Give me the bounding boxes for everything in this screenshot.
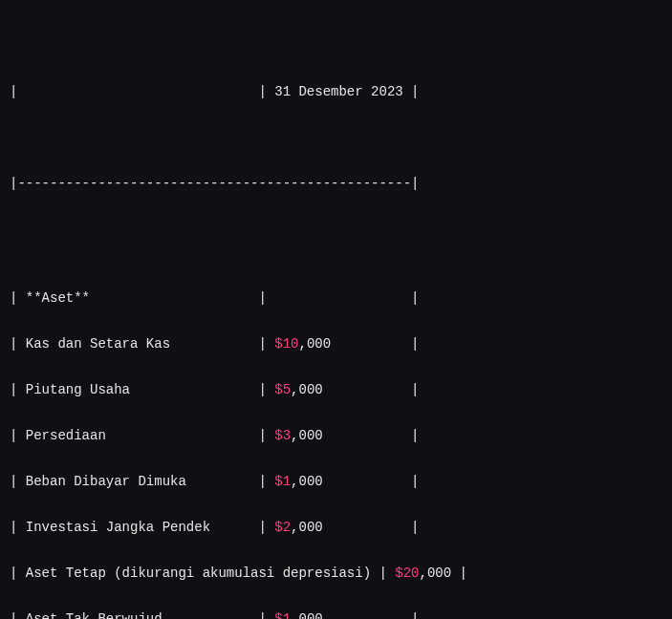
table-row: | Investasi Jangka Pendek | $2,000 | [10, 516, 662, 539]
pipe: | [258, 520, 266, 535]
label-cell: Kas dan Setara Kas [17, 336, 258, 352]
pipe: | [460, 566, 467, 581]
table-divider: |---------------------------------------… [10, 172, 662, 195]
pipe: | [379, 566, 386, 581]
label-cell: Investasi Jangka Pendek [17, 520, 258, 535]
section-title-cell: **Aset** [17, 290, 258, 306]
table-row: | Aset Tak Berwujud | $1,000 | [10, 608, 662, 619]
header-empty-cell [17, 84, 258, 99]
table-row: | Beban Dibayar Dimuka | $1,000 | [10, 470, 662, 493]
pipe: | [258, 290, 266, 306]
header-date-cell: 31 Desember 2023 [267, 84, 411, 99]
pipe: | [10, 566, 17, 581]
pipe: | [258, 611, 266, 619]
table-body: | **Aset** | | | Kas dan Setara Kas | $1… [10, 287, 662, 619]
label-cell: Piutang Usaha [17, 382, 258, 397]
pipe: | [411, 520, 419, 535]
amount-cell: $3,000 [267, 428, 411, 443]
pipe: | [258, 336, 266, 352]
pipe: | [411, 382, 419, 397]
pipe: | [411, 611, 419, 619]
terminal-table: | | 31 Desember 2023 | |----------------… [0, 0, 672, 619]
label-cell: Aset Tak Berwujud [17, 611, 258, 619]
amount-cell: $2,000 [267, 520, 411, 535]
amount-cell: $10,000 [267, 336, 411, 352]
amount-cell: $1,000 [267, 474, 411, 489]
table-row: | Piutang Usaha | $5,000 | [10, 378, 662, 401]
label-cell: Beban Dibayar Dimuka [17, 474, 258, 489]
pipe: | [411, 84, 419, 99]
pipe: | [411, 290, 419, 306]
table-header-row: | | 31 Desember 2023 | [10, 80, 662, 103]
pipe: | [258, 84, 266, 99]
pipe: | [258, 474, 266, 489]
section-title-aset: | **Aset** | | [10, 287, 662, 310]
pipe: | [411, 474, 419, 489]
pipe: | [411, 428, 419, 443]
pipe: | [258, 428, 266, 443]
table-row-spanning: | Aset Tetap (dikurangi akumulasi depres… [10, 562, 662, 585]
pipe: | [411, 336, 419, 352]
amount-cell: $5,000 [267, 382, 411, 397]
label-cell: Persediaan [17, 428, 258, 443]
pipe: | [258, 382, 266, 397]
table-row: | Kas dan Setara Kas | $10,000 | [10, 332, 662, 355]
empty-amount-cell [267, 290, 411, 306]
table-row: | Persediaan | $3,000 | [10, 424, 662, 447]
amount-cell: $1,000 [267, 611, 411, 619]
